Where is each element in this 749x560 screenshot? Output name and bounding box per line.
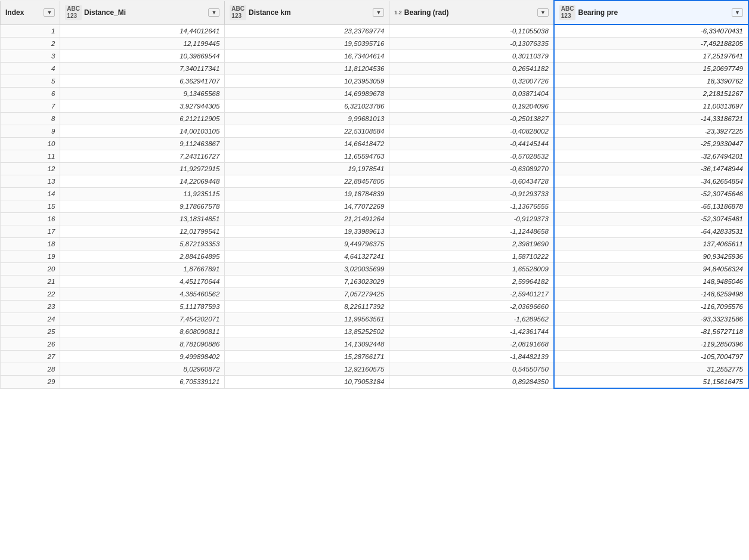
distance-km-dropdown-btn[interactable]: ▼ — [373, 8, 384, 17]
cell-index: 29 — [1, 376, 60, 389]
cell-index: 23 — [1, 301, 60, 313]
cell-index: 14 — [1, 188, 60, 200]
index-dropdown-btn[interactable]: ▼ — [44, 8, 55, 17]
cell-distance-mi: 1,87667891 — [60, 263, 225, 276]
cell-distance-mi: 11,92972915 — [60, 163, 225, 175]
col-header-index: Index ▼ — [1, 1, 60, 24]
cell-bearing-pre: 51,15616475 — [554, 376, 748, 389]
cell-bearing-pre: 17,25197641 — [554, 50, 748, 63]
cell-distance-mi: 4,451170644 — [60, 276, 225, 288]
cell-distance-mi: 12,01799541 — [60, 225, 225, 238]
cell-distance-mi: 5,111787593 — [60, 301, 225, 313]
cell-bearing-rad: 2,39819690 — [389, 238, 554, 250]
cell-index: 19 — [1, 250, 60, 263]
cell-index: 4 — [1, 63, 60, 75]
cell-distance-mi: 6,212112905 — [60, 113, 225, 125]
cell-bearing-pre: -116,7095576 — [554, 301, 748, 313]
table-row: 224,3854605627,057279425-2,59401217-148,… — [1, 288, 749, 301]
cell-distance-km: 9,449796375 — [225, 238, 389, 250]
cell-distance-km: 9,99681013 — [225, 113, 389, 125]
cell-bearing-pre: -105,7004797 — [554, 351, 748, 363]
cell-index: 13 — [1, 175, 60, 188]
bearing-rad-label: Bearing (rad) — [404, 8, 449, 17]
cell-distance-mi: 12,1199445 — [60, 38, 225, 50]
cell-distance-mi: 6,705339121 — [60, 376, 225, 389]
distance-km-label: Distance km — [249, 8, 291, 17]
cell-bearing-rad: -0,25013827 — [389, 113, 554, 125]
cell-distance-km: 16,73404614 — [225, 50, 389, 63]
cell-distance-mi: 4,385460562 — [60, 288, 225, 301]
table-row: 192,8841648954,6413272411,5871022290,934… — [1, 250, 749, 263]
cell-distance-km: 14,13092448 — [225, 338, 389, 351]
cell-bearing-rad: 0,19204096 — [389, 100, 554, 113]
cell-bearing-pre: 94,84056324 — [554, 263, 748, 276]
table-row: 235,1117875938,226117392-2,03696660-116,… — [1, 301, 749, 313]
cell-bearing-rad: 1,58710222 — [389, 250, 554, 263]
cell-distance-km: 8,226117392 — [225, 301, 389, 313]
cell-bearing-pre: 18,3390762 — [554, 75, 748, 88]
cell-distance-mi: 8,608090811 — [60, 326, 225, 338]
data-table-container: Index ▼ ABC123 Distance_Mi ▼ ABC123 Dist… — [0, 0, 749, 560]
cell-index: 22 — [1, 288, 60, 301]
data-table: Index ▼ ABC123 Distance_Mi ▼ ABC123 Dist… — [0, 0, 749, 389]
cell-bearing-rad: -1,42361744 — [389, 326, 554, 338]
cell-distance-km: 11,99563561 — [225, 313, 389, 326]
cell-distance-km: 14,69989678 — [225, 88, 389, 100]
cell-distance-km: 7,163023029 — [225, 276, 389, 288]
bearing-rad-dropdown-btn[interactable]: ▼ — [537, 8, 549, 17]
cell-index: 7 — [1, 100, 60, 113]
cell-index: 17 — [1, 225, 60, 238]
cell-bearing-pre: 11,00313697 — [554, 100, 748, 113]
cell-index: 6 — [1, 88, 60, 100]
cell-index: 9 — [1, 125, 60, 138]
cell-bearing-rad: -0,63089270 — [389, 163, 554, 175]
cell-bearing-pre: -93,33231586 — [554, 313, 748, 326]
table-row: 47,34011734111,812045360,2654118215,2069… — [1, 63, 749, 75]
bearing-pre-type-icon: ABC123 — [559, 5, 576, 20]
cell-distance-mi: 9,13465568 — [60, 88, 225, 100]
cell-index: 28 — [1, 363, 60, 376]
cell-bearing-rad: -1,12448658 — [389, 225, 554, 238]
cell-distance-mi: 14,00103105 — [60, 125, 225, 138]
cell-bearing-pre: -32,67494201 — [554, 150, 748, 163]
cell-distance-km: 23,23769774 — [225, 24, 389, 38]
cell-distance-km: 6,321023786 — [225, 100, 389, 113]
bearing-pre-dropdown-btn[interactable]: ▼ — [732, 8, 743, 17]
table-row: 69,1346556814,699896780,038714042,218151… — [1, 88, 749, 100]
col-header-distance-km: ABC123 Distance km ▼ — [225, 1, 389, 24]
cell-bearing-pre: -119,2850396 — [554, 338, 748, 351]
cell-index: 15 — [1, 200, 60, 213]
cell-index: 26 — [1, 338, 60, 351]
cell-distance-mi: 13,18314851 — [60, 213, 225, 225]
table-row: 117,24311672711,65594763-0,57028532-32,6… — [1, 150, 749, 163]
cell-bearing-rad: 1,65528009 — [389, 263, 554, 276]
cell-bearing-pre: -7,492188205 — [554, 38, 748, 50]
cell-distance-mi: 6,362941707 — [60, 75, 225, 88]
cell-distance-mi: 3,927944305 — [60, 100, 225, 113]
cell-bearing-rad: 0,54550750 — [389, 363, 554, 376]
cell-distance-km: 22,88457805 — [225, 175, 389, 188]
cell-distance-mi: 8,02960872 — [60, 363, 225, 376]
cell-bearing-pre: -14,33186721 — [554, 113, 748, 125]
table-row: 56,36294170710,239530590,3200772618,3390… — [1, 75, 749, 88]
cell-bearing-pre: 31,2552775 — [554, 363, 748, 376]
cell-bearing-rad: -0,57028532 — [389, 150, 554, 163]
table-row: 1411,923511519,18784839-0,91293733-52,30… — [1, 188, 749, 200]
cell-index: 2 — [1, 38, 60, 50]
distance-mi-dropdown-btn[interactable]: ▼ — [208, 8, 219, 17]
table-row: 86,2121129059,99681013-0,25013827-14,331… — [1, 113, 749, 125]
cell-index: 24 — [1, 313, 60, 326]
cell-distance-mi: 9,112463867 — [60, 138, 225, 150]
cell-distance-km: 3,020035699 — [225, 263, 389, 276]
cell-distance-km: 19,50395716 — [225, 38, 389, 50]
table-row: 1314,2206944822,88457805-0,60434728-34,6… — [1, 175, 749, 188]
cell-bearing-pre: -81,56727118 — [554, 326, 748, 338]
cell-bearing-rad: -1,13676555 — [389, 200, 554, 213]
cell-distance-km: 15,28766171 — [225, 351, 389, 363]
cell-bearing-rad: -0,44145144 — [389, 138, 554, 150]
cell-bearing-rad: -2,03696660 — [389, 301, 554, 313]
cell-distance-km: 19,1978541 — [225, 163, 389, 175]
cell-bearing-pre: -25,29330447 — [554, 138, 748, 150]
bearing-pre-label: Bearing pre — [578, 8, 618, 17]
cell-index: 20 — [1, 263, 60, 276]
